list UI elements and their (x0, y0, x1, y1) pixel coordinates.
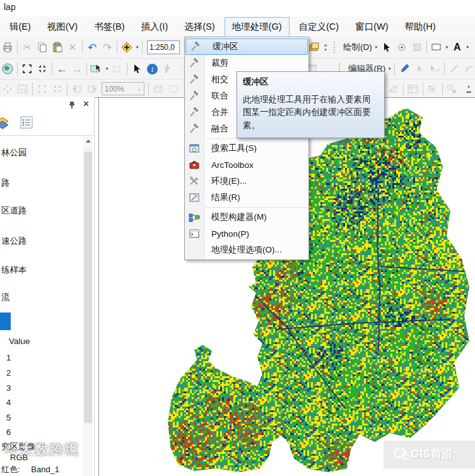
add-data-icon[interactable] (119, 40, 134, 55)
list-by-order-icon[interactable] (0, 115, 10, 130)
layer-item-forest-park[interactable]: 林公园 (1, 147, 27, 158)
watermark-left-text: 大数跨境 (20, 441, 80, 458)
menu-insert[interactable]: 插入(I) (134, 18, 175, 36)
zoom-100-icon: 1:1 (15, 81, 30, 97)
draw-menu-label[interactable]: 绘制(D) (341, 42, 373, 53)
redo-icon[interactable]: ↷ (100, 40, 115, 55)
map-scale-input[interactable]: 1:250,0 (147, 40, 180, 54)
edit-annotation-arrow-icon (412, 61, 427, 76)
editor-dropdown-icon[interactable]: ▾ (387, 59, 392, 79)
copy-icon[interactable] (35, 40, 50, 55)
edit-pencil-icon[interactable] (397, 61, 412, 76)
watermark-right: GIS前沿 (384, 441, 475, 468)
arc-segment-icon (462, 61, 475, 76)
modelbuilder-icon (185, 212, 204, 222)
fixed-zoom-in-icon[interactable] (20, 61, 35, 76)
menu-selection[interactable]: 选择(S) (177, 18, 221, 36)
select-features-dropdown-icon[interactable]: ▾ (104, 59, 110, 79)
menu-item-results[interactable]: 结果(R) (185, 189, 308, 206)
menu-item-arctoolbox[interactable]: ArcToolbox (185, 157, 308, 173)
map-scale-value: 1:250,0 (150, 43, 175, 52)
scroll-up-icon[interactable] (83, 136, 93, 146)
menu-view[interactable]: 视图(V) (40, 18, 85, 36)
rotate-element-icon[interactable] (394, 40, 409, 55)
toc-header: ✕ (0, 97, 94, 114)
menu-item-environments[interactable]: 环境(E)... (185, 173, 308, 189)
paste-icon[interactable] (50, 40, 65, 55)
toolbox-icon (185, 160, 204, 170)
text-tool-icon[interactable]: A (450, 40, 465, 55)
title-bar: lap (0, 0, 475, 16)
selected-layer-highlight[interactable] (0, 312, 11, 330)
geoprocessing-menu: 缓冲区 裁剪 相交 联合 合并 (184, 37, 309, 260)
forward-page-icon (85, 81, 100, 97)
attributes-table-icon (406, 81, 421, 97)
edit-annotation-arrow-a-icon: A (427, 61, 442, 76)
hyperlink-lightning-icon (160, 61, 175, 76)
focus-dataframe-icon (166, 81, 181, 97)
arcmap-window: lap 辑(E) 视图(V) 书签(B) 插入(I) 选择(S) 地理处理(G)… (0, 0, 475, 476)
menu-item-search-tools[interactable]: 搜索工具(S) (185, 140, 308, 157)
select-elements-icon[interactable] (379, 40, 394, 55)
menu-item-geoprocessing-options[interactable]: 地理处理选项(O)... (185, 242, 308, 258)
legend-class-6[interactable]: 6 (6, 427, 11, 437)
legend-class-1[interactable]: 1 (6, 353, 11, 362)
menu-customize[interactable]: 自定义(C) (292, 18, 346, 36)
layer-item-district-road[interactable]: 区道路 (1, 205, 27, 217)
layer-item-training-sample[interactable]: 练样本 (1, 265, 27, 276)
layer-item-highway[interactable]: 速公路 (1, 235, 27, 247)
menu-bookmarks[interactable]: 书签(B) (87, 18, 131, 36)
legend-class-2[interactable]: 2 (6, 368, 11, 378)
menu-help[interactable]: 帮助(H) (397, 18, 442, 36)
go-back-extent-icon[interactable]: ← (54, 61, 69, 76)
menu-item-modelbuilder[interactable]: 模型构建器(M) (185, 209, 308, 225)
layout-zoom-combo[interactable]: 100% ⌄ (102, 82, 144, 95)
full-extent-globe-icon[interactable] (0, 61, 15, 76)
fixed-zoom-out-page-icon (50, 81, 65, 97)
python-icon (185, 229, 204, 239)
draw-toolbar-grip[interactable] (334, 42, 338, 53)
watermark-left: K∞ 大数跨境 (5, 441, 80, 458)
delete-icon[interactable]: ✕ (65, 40, 80, 55)
legend-class-4[interactable]: 4 (6, 398, 11, 407)
menu-separator (205, 138, 307, 139)
menu-geoprocessing[interactable]: 地理处理(G) (225, 17, 290, 37)
svg-text:A: A (437, 67, 440, 73)
fixed-zoom-in-page-icon (35, 81, 50, 97)
menu-item-clip[interactable]: 裁剪 (185, 55, 308, 71)
layer-item-road[interactable]: 路 (1, 177, 10, 189)
menu-edit[interactable]: 辑(E) (3, 18, 38, 36)
raster-value-field-label[interactable]: Value (9, 336, 30, 346)
menu-windows[interactable]: 窗口(W) (348, 18, 395, 36)
draw-dropdown-icon[interactable]: ▾ (373, 37, 379, 58)
cut-polygons-icon (386, 81, 401, 97)
toc-toolbar (0, 114, 94, 131)
legend-class-3[interactable]: 3 (6, 383, 11, 393)
legend-class-5[interactable]: 5 (6, 413, 11, 422)
print-icon[interactable] (0, 40, 15, 55)
scrollbar-thumb[interactable] (84, 152, 92, 423)
cut-icon[interactable]: ✂ (20, 40, 35, 55)
text-dropdown-icon[interactable]: ▾ (465, 37, 471, 58)
pin-icon[interactable] (67, 100, 76, 109)
wechat-icon (392, 447, 408, 462)
edit-vertices-icon (409, 40, 425, 55)
menu-item-buffer[interactable]: 缓冲区 (185, 39, 308, 55)
fixed-zoom-out-icon[interactable] (35, 61, 50, 76)
select-elements-arrow-icon[interactable] (129, 61, 144, 76)
hammer-icon (185, 58, 204, 68)
close-icon[interactable]: ✕ (83, 99, 90, 109)
toc-options-icon[interactable] (19, 115, 34, 130)
identify-icon[interactable]: i (144, 61, 160, 76)
rectangle-tool-icon[interactable] (429, 40, 444, 55)
menu-item-python[interactable]: Python(P) (185, 225, 308, 242)
select-features-icon[interactable] (89, 61, 104, 76)
toc-vertical-scrollbar[interactable] (83, 136, 93, 476)
undo-icon[interactable]: ↶ (85, 40, 100, 55)
shape-dropdown-icon[interactable]: ▾ (444, 37, 450, 58)
toolbar-overflow-icon[interactable]: »▾ (322, 43, 329, 52)
editor-overflow-icon[interactable]: ▾▬ (465, 85, 472, 93)
add-data-dropdown-icon[interactable]: ▾ (134, 37, 140, 58)
band-name-label: Band_1 (31, 465, 59, 474)
layer-item-stream[interactable]: 流 (1, 292, 10, 303)
